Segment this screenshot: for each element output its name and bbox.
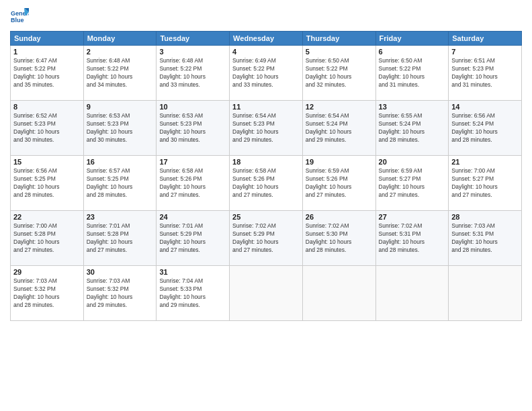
day-info: Sunrise: 7:00 AM Sunset: 5:27 PM Dayligh…	[451, 167, 519, 199]
day-info: Sunrise: 6:50 AM Sunset: 5:22 PM Dayligh…	[379, 57, 446, 89]
day-number: 7	[451, 48, 519, 56]
day-info: Sunrise: 7:02 AM Sunset: 5:29 PM Dayligh…	[232, 222, 300, 255]
calendar-cell: 28Sunrise: 7:03 AM Sunset: 5:31 PM Dayli…	[449, 211, 522, 266]
page: General Blue SundayMondayTuesdayWednesda…	[0, 0, 532, 411]
day-number: 24	[159, 213, 226, 221]
day-info: Sunrise: 7:02 AM Sunset: 5:31 PM Dayligh…	[379, 222, 446, 255]
day-number: 6	[379, 48, 446, 56]
day-info: Sunrise: 7:01 AM Sunset: 5:28 PM Dayligh…	[87, 222, 154, 255]
calendar-table: SundayMondayTuesdayWednesdayThursdayFrid…	[10, 31, 522, 321]
calendar-cell: 4Sunrise: 6:49 AM Sunset: 5:22 PM Daylig…	[230, 46, 303, 101]
day-info: Sunrise: 6:48 AM Sunset: 5:22 PM Dayligh…	[87, 57, 154, 89]
calendar-cell: 2Sunrise: 6:48 AM Sunset: 5:22 PM Daylig…	[83, 46, 157, 101]
weekday-header: Sunday	[11, 32, 84, 46]
day-info: Sunrise: 6:52 AM Sunset: 5:23 PM Dayligh…	[13, 112, 81, 144]
weekday-header: Thursday	[302, 32, 375, 46]
day-number: 27	[379, 213, 446, 221]
calendar-week-row: 1Sunrise: 6:47 AM Sunset: 5:22 PM Daylig…	[11, 46, 522, 101]
day-number: 10	[159, 103, 226, 111]
day-info: Sunrise: 6:59 AM Sunset: 5:26 PM Dayligh…	[306, 167, 373, 199]
day-number: 21	[451, 158, 519, 166]
calendar-cell: 9Sunrise: 6:53 AM Sunset: 5:23 PM Daylig…	[83, 101, 157, 156]
weekday-header: Wednesday	[230, 32, 303, 46]
day-info: Sunrise: 6:53 AM Sunset: 5:23 PM Dayligh…	[159, 112, 226, 144]
day-number: 8	[13, 103, 81, 111]
day-number: 4	[232, 48, 300, 56]
day-number: 1	[13, 48, 81, 56]
day-info: Sunrise: 6:57 AM Sunset: 5:25 PM Dayligh…	[87, 167, 154, 199]
day-number: 12	[306, 103, 373, 111]
calendar-cell: 30Sunrise: 7:03 AM Sunset: 5:32 PM Dayli…	[83, 266, 157, 321]
calendar-cell: 23Sunrise: 7:01 AM Sunset: 5:28 PM Dayli…	[83, 211, 157, 266]
calendar-cell: 13Sunrise: 6:55 AM Sunset: 5:24 PM Dayli…	[375, 101, 449, 156]
logo: General Blue	[10, 7, 29, 26]
day-number: 22	[13, 213, 81, 221]
day-number: 29	[13, 268, 81, 276]
calendar-cell: 27Sunrise: 7:02 AM Sunset: 5:31 PM Dayli…	[375, 211, 449, 266]
calendar-header-row: SundayMondayTuesdayWednesdayThursdayFrid…	[11, 32, 522, 46]
day-number: 3	[159, 48, 226, 56]
day-info: Sunrise: 6:49 AM Sunset: 5:22 PM Dayligh…	[232, 57, 300, 89]
day-info: Sunrise: 7:03 AM Sunset: 5:32 PM Dayligh…	[87, 277, 154, 310]
calendar-cell: 16Sunrise: 6:57 AM Sunset: 5:25 PM Dayli…	[83, 156, 157, 211]
calendar-cell: 10Sunrise: 6:53 AM Sunset: 5:23 PM Dayli…	[157, 101, 230, 156]
day-number: 15	[13, 158, 81, 166]
calendar-cell: 7Sunrise: 6:51 AM Sunset: 5:23 PM Daylig…	[449, 46, 522, 101]
calendar-cell: 14Sunrise: 6:56 AM Sunset: 5:24 PM Dayli…	[449, 101, 522, 156]
calendar-cell	[230, 266, 303, 321]
calendar-cell: 17Sunrise: 6:58 AM Sunset: 5:26 PM Dayli…	[157, 156, 230, 211]
calendar-cell	[302, 266, 375, 321]
day-number: 13	[379, 103, 446, 111]
calendar-cell: 1Sunrise: 6:47 AM Sunset: 5:22 PM Daylig…	[11, 46, 84, 101]
calendar-cell: 22Sunrise: 7:00 AM Sunset: 5:28 PM Dayli…	[11, 211, 84, 266]
calendar-body: 1Sunrise: 6:47 AM Sunset: 5:22 PM Daylig…	[11, 46, 522, 321]
calendar-week-row: 29Sunrise: 7:03 AM Sunset: 5:32 PM Dayli…	[11, 266, 522, 321]
day-info: Sunrise: 7:03 AM Sunset: 5:31 PM Dayligh…	[451, 222, 519, 255]
calendar-week-row: 22Sunrise: 7:00 AM Sunset: 5:28 PM Dayli…	[11, 211, 522, 266]
day-number: 5	[306, 48, 373, 56]
day-info: Sunrise: 6:56 AM Sunset: 5:25 PM Dayligh…	[13, 167, 81, 199]
calendar-cell: 11Sunrise: 6:54 AM Sunset: 5:23 PM Dayli…	[230, 101, 303, 156]
day-info: Sunrise: 6:48 AM Sunset: 5:22 PM Dayligh…	[159, 57, 226, 89]
calendar-cell	[375, 266, 449, 321]
calendar-cell: 26Sunrise: 7:02 AM Sunset: 5:30 PM Dayli…	[302, 211, 375, 266]
day-info: Sunrise: 7:00 AM Sunset: 5:28 PM Dayligh…	[13, 222, 81, 255]
day-number: 28	[451, 213, 519, 221]
day-info: Sunrise: 6:50 AM Sunset: 5:22 PM Dayligh…	[306, 57, 373, 89]
day-info: Sunrise: 6:55 AM Sunset: 5:24 PM Dayligh…	[379, 112, 446, 144]
weekday-header: Tuesday	[157, 32, 230, 46]
header: General Blue	[10, 7, 522, 26]
calendar-cell: 19Sunrise: 6:59 AM Sunset: 5:26 PM Dayli…	[302, 156, 375, 211]
calendar-cell: 21Sunrise: 7:00 AM Sunset: 5:27 PM Dayli…	[449, 156, 522, 211]
day-info: Sunrise: 7:02 AM Sunset: 5:30 PM Dayligh…	[306, 222, 373, 255]
calendar-cell: 29Sunrise: 7:03 AM Sunset: 5:32 PM Dayli…	[11, 266, 84, 321]
day-info: Sunrise: 6:47 AM Sunset: 5:22 PM Dayligh…	[13, 57, 81, 89]
weekday-header: Friday	[375, 32, 449, 46]
day-info: Sunrise: 6:59 AM Sunset: 5:27 PM Dayligh…	[379, 167, 446, 199]
day-info: Sunrise: 6:56 AM Sunset: 5:24 PM Dayligh…	[451, 112, 519, 144]
calendar-cell: 20Sunrise: 6:59 AM Sunset: 5:27 PM Dayli…	[375, 156, 449, 211]
calendar-cell: 12Sunrise: 6:54 AM Sunset: 5:24 PM Dayli…	[302, 101, 375, 156]
day-number: 16	[87, 158, 154, 166]
weekday-header: Monday	[83, 32, 157, 46]
day-number: 25	[232, 213, 300, 221]
calendar-cell: 6Sunrise: 6:50 AM Sunset: 5:22 PM Daylig…	[375, 46, 449, 101]
day-info: Sunrise: 6:58 AM Sunset: 5:26 PM Dayligh…	[232, 167, 300, 199]
calendar-cell: 3Sunrise: 6:48 AM Sunset: 5:22 PM Daylig…	[157, 46, 230, 101]
calendar-cell: 31Sunrise: 7:04 AM Sunset: 5:33 PM Dayli…	[157, 266, 230, 321]
day-number: 30	[87, 268, 154, 276]
day-info: Sunrise: 7:03 AM Sunset: 5:32 PM Dayligh…	[13, 277, 81, 310]
calendar-cell: 25Sunrise: 7:02 AM Sunset: 5:29 PM Dayli…	[230, 211, 303, 266]
logo-icon: General Blue	[10, 7, 29, 26]
day-info: Sunrise: 6:54 AM Sunset: 5:23 PM Dayligh…	[232, 112, 300, 144]
calendar-cell: 15Sunrise: 6:56 AM Sunset: 5:25 PM Dayli…	[11, 156, 84, 211]
day-info: Sunrise: 6:53 AM Sunset: 5:23 PM Dayligh…	[87, 112, 154, 144]
day-number: 23	[87, 213, 154, 221]
calendar-cell: 24Sunrise: 7:01 AM Sunset: 5:29 PM Dayli…	[157, 211, 230, 266]
calendar-cell: 8Sunrise: 6:52 AM Sunset: 5:23 PM Daylig…	[11, 101, 84, 156]
day-info: Sunrise: 7:04 AM Sunset: 5:33 PM Dayligh…	[159, 277, 226, 310]
day-info: Sunrise: 6:58 AM Sunset: 5:26 PM Dayligh…	[159, 167, 226, 199]
day-number: 9	[87, 103, 154, 111]
day-number: 11	[232, 103, 300, 111]
svg-text:Blue: Blue	[11, 17, 24, 24]
